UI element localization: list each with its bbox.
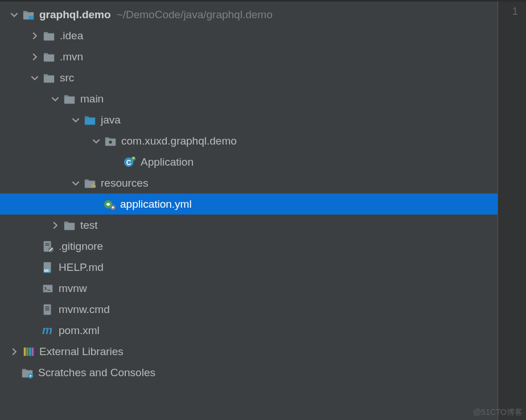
svg-rect-37	[29, 347, 31, 356]
source-folder-icon	[83, 113, 97, 127]
folder-icon	[42, 71, 56, 85]
resources-folder-icon	[83, 176, 97, 190]
chevron-right-icon[interactable]	[49, 219, 61, 232]
svg-rect-4	[44, 75, 54, 83]
tree-node-idea[interactable]: .idea	[0, 25, 498, 46]
chevron-down-icon[interactable]	[28, 72, 41, 84]
svg-point-18	[112, 206, 114, 208]
project-tree: graphql.demo ~/DemoCode/java/graphql.dem…	[0, 0, 498, 420]
tree-node-scratches[interactable]: Scratches and Consoles	[0, 362, 498, 383]
svg-rect-5	[64, 96, 75, 104]
tree-label: .mvn	[60, 51, 83, 63]
svg-rect-13	[92, 184, 93, 187]
tree-label: mvnw.cmd	[59, 303, 110, 316]
tree-node-application-yml[interactable]: application.yml	[0, 193, 498, 215]
tree-label: External Libraries	[39, 345, 124, 358]
chevron-down-icon[interactable]	[69, 114, 82, 126]
tree-label: com.xuxd.graphql.demo	[121, 135, 237, 147]
svg-rect-33	[45, 310, 49, 310]
svg-rect-28	[43, 285, 53, 292]
maven-file-icon: m	[41, 324, 55, 337]
chevron-down-icon[interactable]	[69, 177, 82, 190]
tree-node-external-libraries[interactable]: External Libraries	[0, 341, 498, 362]
tree-label: Scratches and Consoles	[38, 367, 155, 379]
tree-node-pom-xml[interactable]: m pom.xml	[0, 320, 498, 341]
svg-rect-6	[85, 117, 95, 125]
text-file-icon	[41, 303, 55, 316]
tree-node-java[interactable]: java	[0, 109, 498, 130]
markdown-file-icon: MD	[41, 261, 55, 274]
shell-file-icon	[41, 282, 55, 295]
svg-text:C: C	[126, 158, 132, 166]
svg-rect-2	[44, 33, 54, 40]
tree-label: test	[80, 219, 98, 232]
svg-rect-1	[28, 15, 34, 19]
svg-text:MD: MD	[44, 269, 50, 273]
tree-label: application.yml	[120, 198, 192, 211]
tree-node-main[interactable]: main	[0, 88, 498, 109]
svg-point-8	[109, 141, 112, 144]
tree-label: graphql.demo	[39, 9, 111, 21]
folder-icon	[63, 92, 76, 106]
tree-label: mvnw	[59, 282, 87, 295]
svg-rect-22	[45, 245, 49, 245]
svg-rect-35	[24, 347, 26, 356]
folder-icon	[63, 219, 76, 232]
tree-label: main	[80, 93, 104, 105]
svg-rect-31	[45, 306, 49, 307]
folder-icon	[42, 29, 56, 43]
svg-rect-32	[45, 308, 49, 308]
tree-node-application-class[interactable]: C Application	[0, 151, 498, 172]
editor-gutter: 1	[498, 0, 526, 420]
chevron-right-icon[interactable]	[28, 30, 41, 42]
chevron-down-icon[interactable]	[49, 93, 61, 105]
tree-node-mvn[interactable]: .mvn	[0, 46, 498, 67]
tree-label: resources	[101, 177, 148, 190]
package-icon	[104, 134, 117, 148]
chevron-down-icon[interactable]	[8, 9, 20, 21]
tree-label: src	[60, 72, 74, 84]
tree-path: ~/DemoCode/java/graphql.demo	[117, 9, 273, 21]
svg-rect-19	[64, 223, 75, 230]
tree-node-help-md[interactable]: MD HELP.md	[0, 257, 498, 278]
tree-node-gitignore[interactable]: .gitignore	[0, 236, 498, 257]
svg-rect-38	[32, 347, 34, 356]
libraries-icon	[22, 345, 35, 359]
spring-config-icon	[102, 197, 116, 211]
svg-rect-21	[45, 243, 49, 244]
spring-class-icon: C	[123, 155, 137, 169]
tree-label: HELP.md	[59, 261, 104, 274]
tree-label: Application	[141, 156, 194, 168]
chevron-down-icon[interactable]	[90, 135, 102, 147]
scratches-icon	[20, 366, 34, 380]
tree-label: .gitignore	[59, 240, 103, 253]
folder-icon	[42, 50, 56, 64]
tree-node-src[interactable]: src	[0, 67, 498, 88]
svg-rect-15	[94, 185, 96, 187]
tree-node-mvnw-cmd[interactable]: mvnw.cmd	[0, 299, 498, 320]
module-folder-icon	[22, 8, 35, 22]
tree-label: .idea	[60, 30, 83, 42]
gitignore-file-icon	[41, 240, 55, 253]
chevron-right-icon[interactable]	[28, 51, 41, 63]
tree-node-test[interactable]: test	[0, 215, 498, 236]
tree-node-resources[interactable]: resources	[0, 172, 498, 193]
svg-rect-14	[93, 183, 94, 187]
svg-rect-36	[26, 347, 28, 356]
tree-node-mvnw[interactable]: mvnw	[0, 278, 498, 299]
tree-node-root[interactable]: graphql.demo ~/DemoCode/java/graphql.dem…	[0, 4, 498, 25]
svg-rect-3	[44, 54, 54, 61]
chevron-right-icon[interactable]	[8, 345, 20, 358]
tree-label: pom.xml	[59, 324, 100, 337]
tree-node-package[interactable]: com.xuxd.graphql.demo	[0, 130, 498, 151]
svg-text:m: m	[42, 324, 52, 336]
tree-label: java	[101, 114, 121, 126]
watermark: @51CTO博客	[473, 407, 523, 418]
line-number: 1	[498, 5, 518, 18]
